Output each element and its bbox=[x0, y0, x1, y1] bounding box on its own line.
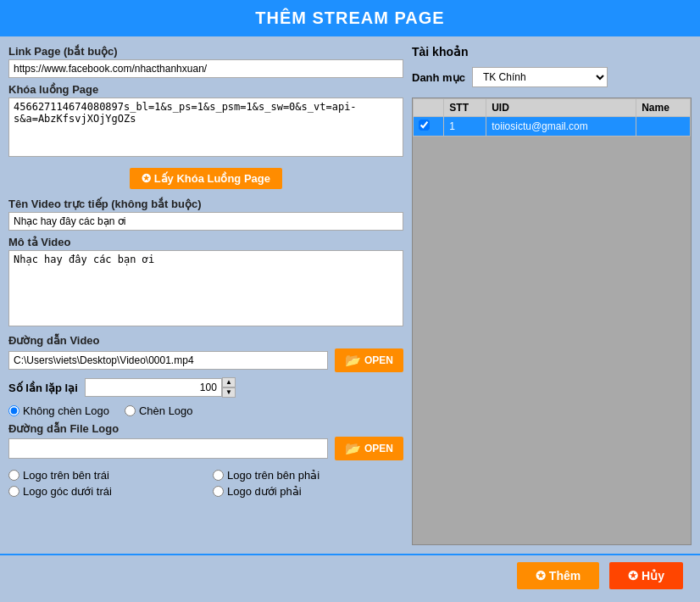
mo-ta-section: Mô tả Video bbox=[8, 236, 403, 329]
logo-position-grid: Logo trên bên trái Logo trên bên phải Lo… bbox=[8, 469, 403, 498]
spinner-wrap: ▲ ▼ bbox=[85, 377, 236, 398]
no-logo-option[interactable]: Không chèn Logo bbox=[8, 404, 109, 417]
account-table-body: 1 toiiosictu@gmail.com bbox=[414, 117, 691, 137]
ten-video-input[interactable] bbox=[8, 212, 403, 231]
open-logo-label: OPEN bbox=[364, 443, 393, 454]
lay-khoa-btn-wrap: ✪ Lấy Khóa Luồng Page bbox=[8, 168, 403, 189]
danh-muc-label: Danh mục bbox=[412, 71, 465, 84]
ten-video-section: Tên Video trực tiếp (không bắt buộc) bbox=[8, 198, 403, 231]
right-panel: Tài khoản Danh mục TK Chính TK Phụ 1 TK … bbox=[412, 45, 692, 545]
repeat-section: Số lần lặp lại ▲ ▼ bbox=[8, 377, 403, 398]
repeat-count-input[interactable] bbox=[85, 378, 222, 397]
row-name bbox=[636, 117, 691, 137]
page-title: THÊM STREAM PAGE bbox=[255, 8, 444, 27]
duong-dan-label: Đường dẫn Video bbox=[8, 334, 403, 347]
open-video-label: OPEN bbox=[364, 354, 393, 366]
yes-logo-option[interactable]: Chèn Logo bbox=[125, 404, 193, 417]
open-logo-button[interactable]: 📂 OPEN bbox=[335, 437, 403, 460]
logo-bottom-right-label: Logo dưới phải bbox=[227, 485, 302, 498]
danh-muc-select[interactable]: TK Chính TK Phụ 1 TK Phụ 2 bbox=[472, 67, 608, 87]
logo-toggle-row: Không chèn Logo Chèn Logo bbox=[8, 404, 403, 417]
row-stt: 1 bbox=[444, 117, 486, 137]
account-section: Tài khoản bbox=[412, 45, 692, 59]
danh-muc-row: Danh mục TK Chính TK Phụ 1 TK Phụ 2 bbox=[412, 67, 692, 87]
tai-khoan-label: Tài khoản bbox=[412, 45, 469, 59]
open-video-button[interactable]: 📂 OPEN bbox=[335, 348, 403, 372]
col-uid: UID bbox=[486, 99, 636, 117]
col-stt bbox=[414, 99, 444, 117]
link-page-label: Link Page (bắt buộc) bbox=[8, 45, 403, 58]
huy-button[interactable]: ✪ Hủy bbox=[609, 562, 683, 589]
logo-path-input[interactable] bbox=[8, 438, 328, 459]
link-page-section: Link Page (bắt buộc) bbox=[8, 45, 403, 78]
duong-dan-row: 📂 OPEN bbox=[8, 348, 403, 372]
table-header-row: STT UID Name bbox=[414, 99, 691, 117]
yes-logo-radio[interactable] bbox=[125, 405, 136, 416]
logo-top-right-label: Logo trên bên phải bbox=[227, 469, 319, 482]
video-path-input[interactable] bbox=[8, 351, 328, 370]
folder-icon: 📂 bbox=[345, 353, 361, 368]
account-table: STT UID Name 1 toiiosictu@gmail.com bbox=[413, 98, 691, 137]
ten-video-label: Tên Video trực tiếp (không bắt buộc) bbox=[8, 198, 403, 210]
them-button[interactable]: ✪ Thêm bbox=[517, 562, 599, 589]
logo-path-row: 📂 OPEN bbox=[8, 437, 403, 460]
main-content: Link Page (bắt buộc) Khóa luồng Page ✪ L… bbox=[0, 36, 700, 554]
logo-top-left-radio[interactable] bbox=[8, 470, 19, 481]
no-logo-label: Không chèn Logo bbox=[23, 404, 109, 417]
logo-top-right-option[interactable]: Logo trên bên phải bbox=[213, 469, 403, 482]
folder-icon-logo: 📂 bbox=[345, 441, 361, 456]
logo-top-left-label: Logo trên bên trái bbox=[23, 469, 109, 482]
logo-bottom-left-radio[interactable] bbox=[8, 486, 19, 497]
duong-dan-section: Đường dẫn Video 📂 OPEN bbox=[8, 334, 403, 372]
logo-bottom-left-option[interactable]: Logo góc dưới trái bbox=[8, 485, 199, 498]
spinner-up-button[interactable]: ▲ bbox=[222, 377, 236, 387]
logo-path-section: Đường dẫn File Logo 📂 OPEN bbox=[8, 422, 403, 460]
logo-top-left-option[interactable]: Logo trên bên trái bbox=[8, 469, 199, 482]
row-checkbox-cell[interactable] bbox=[414, 117, 444, 137]
spinner-down-button[interactable]: ▼ bbox=[222, 387, 236, 398]
logo-top-right-radio[interactable] bbox=[213, 470, 224, 481]
left-panel: Link Page (bắt buộc) Khóa luồng Page ✪ L… bbox=[8, 45, 403, 545]
spinner-buttons: ▲ ▼ bbox=[222, 377, 236, 398]
no-logo-radio[interactable] bbox=[8, 405, 19, 416]
bottom-bar: ✪ Thêm ✪ Hủy bbox=[0, 554, 700, 596]
row-checkbox[interactable] bbox=[419, 120, 430, 131]
account-table-wrap: STT UID Name 1 toiiosictu@gmail.com bbox=[412, 98, 692, 545]
mo-ta-label: Mô tả Video bbox=[8, 236, 403, 248]
link-page-input[interactable] bbox=[8, 59, 403, 78]
col-stt-num: STT bbox=[444, 99, 486, 117]
logo-bottom-left-label: Logo góc dưới trái bbox=[23, 485, 112, 498]
col-name: Name bbox=[636, 99, 691, 117]
huy-label: ✪ Hủy bbox=[628, 569, 664, 582]
yes-logo-label: Chèn Logo bbox=[139, 404, 193, 417]
table-row[interactable]: 1 toiiosictu@gmail.com bbox=[414, 117, 691, 137]
mo-ta-input[interactable] bbox=[8, 250, 403, 326]
khoa-luong-input[interactable] bbox=[8, 98, 403, 157]
title-bar: THÊM STREAM PAGE bbox=[0, 0, 700, 36]
row-uid: toiiosictu@gmail.com bbox=[486, 117, 636, 137]
so-lan-label: Số lần lặp lại bbox=[8, 382, 78, 394]
lay-khoa-button[interactable]: ✪ Lấy Khóa Luồng Page bbox=[130, 168, 282, 189]
khoa-luong-section: Khóa luồng Page bbox=[8, 83, 403, 159]
logo-bottom-right-option[interactable]: Logo dưới phải bbox=[213, 485, 403, 498]
logo-bottom-right-radio[interactable] bbox=[213, 486, 224, 497]
duong-dan-logo-label: Đường dẫn File Logo bbox=[8, 422, 403, 435]
khoa-luong-label: Khóa luồng Page bbox=[8, 83, 403, 96]
them-label: ✪ Thêm bbox=[536, 569, 581, 582]
